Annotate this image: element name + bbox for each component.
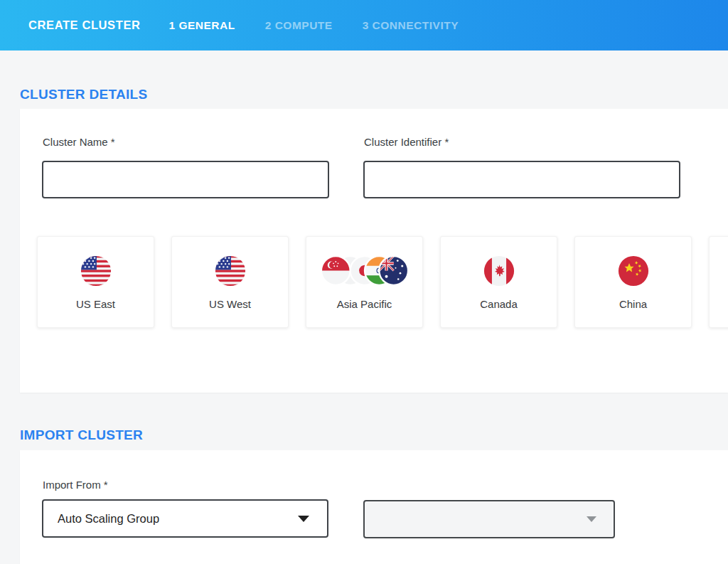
import-from-label: Import From * [43,479,108,491]
dropdown-caret-icon [298,516,309,522]
region-card-china[interactable]: China [574,236,692,328]
region-selector: US East [37,236,728,328]
import-from-value: Auto Scaling Group [43,512,298,526]
region-card-canada[interactable]: Canada [440,236,557,328]
tab-general[interactable]: 1 GENERAL [169,19,235,32]
cluster-details-heading: CLUSTER DETAILS [20,87,147,102]
region-label: US East [76,298,115,310]
tab-connectivity[interactable]: 3 CONNECTIVITY [363,19,459,32]
import-from-select[interactable]: Auto Scaling Group [42,499,328,538]
china-flag-icon [618,255,649,287]
page-title: CREATE CLUSTER [28,18,141,32]
region-label: China [619,298,647,310]
region-card-asia-pacific[interactable]: Asia Pacific [306,236,423,328]
cluster-name-label: Cluster Name * [43,136,115,148]
region-card-us-east[interactable]: US East [37,236,154,328]
create-cluster-page: CREATE CLUSTER 1 GENERAL 2 COMPUTE 3 CON… [0,0,728,564]
import-cluster-heading: IMPORT CLUSTER [20,427,143,443]
region-card-us-west[interactable]: US West [171,236,289,328]
cluster-name-input[interactable] [42,161,329,198]
cluster-details-card: Cluster Name * Cluster Identifier * [20,109,728,393]
cluster-identifier-input[interactable] [363,161,680,198]
us-flag-icon [80,255,112,287]
region-card-partial[interactable] [709,236,728,328]
region-label: Canada [480,298,518,310]
region-label: Asia Pacific [337,298,392,310]
us-flag-icon [215,255,246,287]
tab-compute[interactable]: 2 COMPUTE [265,19,333,32]
cluster-identifier-label: Cluster Identifier * [364,136,449,148]
dropdown-caret-icon [587,516,596,522]
import-source-select[interactable] [363,500,615,538]
canada-flag-icon [483,255,515,287]
region-label: US West [209,298,251,310]
import-cluster-card: Import From * Auto Scaling Group [20,450,728,564]
asia-pacific-flags-icon [321,255,409,287]
wizard-header: CREATE CLUSTER 1 GENERAL 2 COMPUTE 3 CON… [0,0,728,50]
